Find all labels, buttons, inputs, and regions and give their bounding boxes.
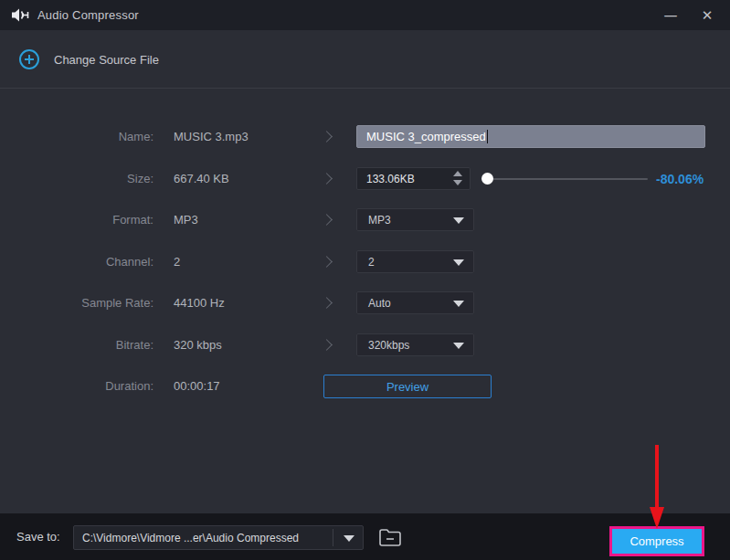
source-bar: Change Source File: [0, 30, 730, 89]
size-label: Size:: [0, 167, 153, 191]
bitrate-select-value: 320kbps: [368, 339, 409, 352]
open-folder-button[interactable]: [375, 525, 406, 550]
duration-value: 00:00:17: [174, 375, 220, 398]
circle-plus-icon: [18, 48, 40, 70]
chevron-right-icon: [321, 297, 333, 309]
form-row-bitrate: Bitrate: 320 kbps 320kbps: [0, 333, 730, 357]
duration-label: Duration:: [0, 375, 153, 398]
chevron-right-icon: [321, 214, 333, 226]
chevron-right-icon: [321, 256, 333, 268]
form-row-format: Format: MP3 MP3: [0, 208, 730, 232]
output-name-input[interactable]: MUSIC 3_compressed: [356, 125, 705, 148]
change-source-file-label: Change Source File: [54, 53, 159, 67]
dropdown-arrow-icon: [453, 217, 464, 224]
form-row-size: Size: 667.40 KB 133.06KB -80.06%: [0, 167, 730, 191]
chevron-right-icon: [321, 131, 333, 143]
chevron-right-icon: [321, 173, 333, 185]
dropdown-arrow-icon: [453, 301, 464, 307]
speaker-compress-icon: [12, 8, 29, 22]
audio-compressor-window: Audio Compressor — ✕ Change Source File …: [0, 0, 730, 560]
sample-rate-source-value: 44100 Hz: [174, 291, 225, 315]
save-to-label: Save to:: [16, 530, 60, 544]
bitrate-select[interactable]: 320kbps: [356, 333, 474, 356]
spinner-arrows: [453, 171, 462, 185]
format-select[interactable]: MP3: [356, 208, 474, 231]
combo-separator: [333, 529, 333, 546]
spin-up-icon[interactable]: [453, 171, 462, 176]
form-row-channel: Channel: 2 2: [0, 250, 730, 274]
sample-rate-label: Sample Rate:: [0, 291, 153, 315]
form-row-name: Name: MUSIC 3.mp3 MUSIC 3_compressed: [0, 125, 730, 149]
channel-label: Channel:: [0, 250, 153, 274]
size-spinner-input[interactable]: 133.06KB: [356, 167, 471, 190]
change-source-file-button[interactable]: Change Source File: [18, 46, 159, 73]
save-path-combobox[interactable]: C:\Vidmore\Vidmore ...er\Audio Compresse…: [73, 525, 364, 550]
channel-source-value: 2: [174, 250, 180, 274]
bitrate-source-value: 320 kbps: [174, 333, 222, 357]
name-source-value: MUSIC 3.mp3: [174, 125, 249, 149]
folder-icon: [378, 528, 402, 547]
name-label: Name:: [0, 125, 153, 149]
output-name-text: MUSIC 3_compressed: [366, 130, 486, 143]
window-title: Audio Compressor: [37, 8, 139, 22]
compress-highlight-annotation: Compress: [609, 526, 704, 556]
compress-button[interactable]: Compress: [612, 529, 702, 554]
size-source-value: 667.40 KB: [174, 167, 229, 191]
dropdown-arrow-icon: [453, 343, 464, 349]
dropdown-arrow-icon: [453, 259, 464, 266]
titlebar: Audio Compressor — ✕: [0, 0, 730, 30]
channel-select-value: 2: [368, 256, 375, 269]
save-path-value: C:\Vidmore\Vidmore ...er\Audio Compresse…: [82, 532, 329, 544]
size-reduction-percent: -80.06%: [656, 167, 711, 191]
format-source-value: MP3: [174, 208, 198, 232]
spin-down-icon[interactable]: [453, 180, 462, 185]
chevron-right-icon: [321, 339, 333, 351]
sample-rate-select-value: Auto: [368, 297, 391, 310]
footer-bar: Save to: C:\Vidmore\Vidmore ...er\Audio …: [0, 513, 730, 560]
text-caret: [487, 130, 488, 143]
window-controls: — ✕: [657, 0, 721, 30]
close-button[interactable]: ✕: [693, 4, 721, 27]
size-spinner-value: 133.06KB: [366, 173, 415, 185]
dropdown-arrow-icon[interactable]: [344, 535, 354, 542]
channel-select[interactable]: 2: [356, 250, 474, 273]
preview-button[interactable]: Preview: [323, 375, 492, 398]
format-select-value: MP3: [368, 214, 391, 227]
format-label: Format:: [0, 208, 153, 232]
sample-rate-select[interactable]: Auto: [356, 291, 474, 314]
minimize-button[interactable]: —: [657, 4, 684, 27]
form-row-duration: Duration: 00:00:17 Preview: [0, 375, 730, 398]
slider-track: [481, 178, 648, 180]
form-row-sample-rate: Sample Rate: 44100 Hz Auto: [0, 291, 730, 315]
bitrate-label: Bitrate:: [0, 333, 153, 357]
slider-handle[interactable]: [481, 173, 493, 185]
size-slider[interactable]: [481, 167, 648, 190]
